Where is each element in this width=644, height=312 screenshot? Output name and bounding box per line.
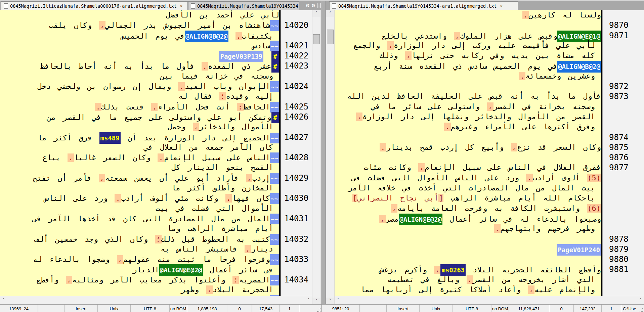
text-line: ~~المال من مال المصادرة التي كان قد أخذه…	[0, 214, 279, 224]
text-line	[335, 152, 601, 163]
scrollbar-thumb[interactable]	[313, 34, 320, 44]
hash-token: #	[271, 51, 279, 62]
line-number: 9877	[609, 163, 644, 173]
highlighted-punctuation: .	[526, 174, 532, 182]
text-line: (6) واستبشرت الكافة به وفرحت العامة بأيا…	[335, 204, 601, 214]
highlighted-punctuation: ،	[418, 163, 425, 172]
scroll-up-icon[interactable]: ˄	[312, 10, 320, 17]
tab-label: 0845Maqrizi.Muqaffa.Shamela19Y0145334-a	[197, 3, 299, 9]
status-filler	[299, 305, 321, 312]
text-run: في يوم الخميس	[122, 32, 185, 40]
page-token: PageV01P240	[557, 244, 601, 256]
highlighted-punctuation: ،	[379, 215, 385, 223]
scroll-up-icon[interactable]: ˄	[326, 10, 334, 17]
text-line: القمح بنحو الدينار كل	[0, 163, 279, 173]
status-cell: 0	[227, 305, 252, 312]
right-text-area[interactable]: ولسنا له كارهين.@ALIGN@E@1@وقبض على هزار…	[335, 10, 601, 296]
status-cell: no BOM	[491, 305, 509, 312]
line-number: 14024	[284, 81, 312, 91]
highlighted-punctuation: ،	[193, 123, 199, 131]
gutter-row	[284, 91, 312, 101]
text-run: واستولى على سائر ما في	[371, 102, 487, 111]
scroll-right-icon[interactable]: ˃	[305, 296, 311, 304]
text-run: أنت فحل الأمراء	[158, 103, 237, 111]
red-bracket: ]	[352, 194, 357, 202]
highlighted-punctuation: .	[178, 82, 184, 91]
text-line: لأبي علي فأفيضت عليه وركب إلى دار الوزار…	[335, 41, 601, 51]
line-start-marker: ~~	[270, 173, 279, 184]
status-cell: 11,828,471	[509, 305, 549, 312]
line-number: 14034	[284, 275, 312, 285]
line-number: 9881	[609, 264, 644, 274]
gutter-row	[609, 173, 644, 183]
text-run: وكان الذي وجد خمسين ألف	[35, 235, 155, 243]
text-line: وصبحوا بالدعاء له في سائر أعمال @ALIGN@E…	[335, 214, 601, 224]
text-line: بكتيفات، @ALIGN@B@2@في يوم الخميس	[0, 31, 279, 41]
gutter-row	[609, 61, 644, 71]
tab-list-icon[interactable]	[317, 3, 321, 8]
red-text: أبي نجاح النصراني	[357, 194, 438, 202]
text-line	[335, 234, 601, 244]
text-line: أيام مباشرة الراهب وما	[0, 224, 279, 234]
gutter-row	[284, 10, 312, 20]
text-run: المخازن وأطلق أكثر ما	[172, 184, 273, 192]
gutter-row	[609, 193, 644, 203]
tab-muqaffa-right[interactable]: 0845Maqrizi.Muqaffa.Shamela19Y0145334-ar…	[329, 1, 518, 10]
highlighted-punctuation: .	[494, 224, 501, 233]
highlighted-punctuation: ،	[225, 194, 232, 203]
pane-splitter[interactable]	[321, 1, 326, 304]
left-vertical-scrollbar[interactable]: ˄ ˅	[312, 10, 321, 304]
right-horizontal-scrollbar[interactable]: ˂ ˃	[335, 296, 644, 304]
text-line: والإنعام عليه، وأعاد أملاكا كثيرة إلى أر…	[335, 285, 601, 295]
text-run: فأمر أن تفتح	[33, 174, 99, 182]
scroll-down-icon[interactable]: ˅	[326, 298, 334, 304]
close-icon[interactable]: ✕	[500, 3, 503, 8]
status-cell: 9851: 20	[322, 305, 360, 312]
scrollbar-thumb[interactable]	[327, 30, 334, 44]
text-line: المخازن وأطلق أكثر ما	[0, 183, 279, 193]
text-run: في يوم الخميس سادس ذي القعدة سنة أربع	[374, 62, 557, 71]
line-number: 14022	[284, 51, 312, 61]
text-run: كان فيها	[232, 194, 270, 203]
align-begin-token: @ALIGN@B@2@	[557, 61, 601, 72]
text-line: القصر من الأموال والذخائر ونقلها إلى دار…	[335, 112, 601, 122]
text-line	[335, 81, 601, 91]
gutter-row	[609, 275, 644, 285]
text-run: والجمع	[353, 41, 387, 50]
text-run: المال من مال المصادرة التي كان قد أخذها …	[32, 215, 270, 223]
scroll-left-icon[interactable]: ˂	[335, 296, 341, 304]
text-line	[335, 132, 601, 142]
scroll-left-icon[interactable]: ˂	[1, 296, 7, 304]
tab-itticazhunafa[interactable]: 0845Maqrizi.ItticazHunafa.Shamela0000176…	[1, 1, 188, 10]
line-start-marker: ~~	[270, 102, 279, 113]
close-icon[interactable]: ✕	[180, 3, 183, 8]
gutter-row	[609, 41, 644, 51]
text-line: دينار. فاستبشر الناس به	[0, 244, 279, 254]
text-run: ولسنا له كارهين	[529, 11, 601, 19]
scroll-down-icon[interactable]: ˅	[312, 298, 320, 304]
line-number: 14020	[284, 20, 312, 30]
text-run: دينار	[251, 245, 273, 253]
line-number: 9873	[609, 91, 644, 101]
left-horizontal-scrollbar[interactable]: ˂ ˃	[0, 296, 312, 304]
left-gutter-divider	[279, 10, 281, 296]
gutter-row	[284, 204, 312, 214]
text-run: في سائر أعمال	[203, 266, 273, 274]
gutter-row	[609, 285, 644, 295]
text-line: # PageV03P139	[0, 51, 279, 61]
tabs-scroll-left-button[interactable]: «	[306, 1, 310, 10]
text-run: ويقال إن رضوان بن ولخشي دخل	[38, 82, 178, 91]
left-text-area[interactable]: لأبي علي أحمد بن الأفضل~~شاهنشاه بن أمير…	[0, 10, 279, 296]
text-run: فاستبشر الناس به	[161, 245, 244, 253]
text-run: والإنعام عليه	[534, 285, 595, 294]
text-run: القمح بنحو الدينار كل	[172, 163, 273, 172]
tabs-scroll-right-button[interactable]: »	[311, 1, 315, 10]
text-run: أيام مباشرة الراهب وما	[167, 224, 273, 233]
text-run: فقال له	[178, 92, 219, 100]
text-run: وأعاد أملاكا كثيرة إلى أربابها مما	[360, 285, 528, 294]
scroll-right-icon[interactable]: ˃	[637, 296, 643, 304]
right-vertical-scrollbar[interactable]: ˄ ˅	[326, 10, 335, 304]
gutter-row	[284, 31, 312, 41]
text-run: وظهر فرحهم وابتهاجهم	[501, 224, 595, 233]
tab-muqaffa[interactable]: 0845Maqrizi.Muqaffa.Shamela19Y0145334-a	[188, 1, 299, 10]
